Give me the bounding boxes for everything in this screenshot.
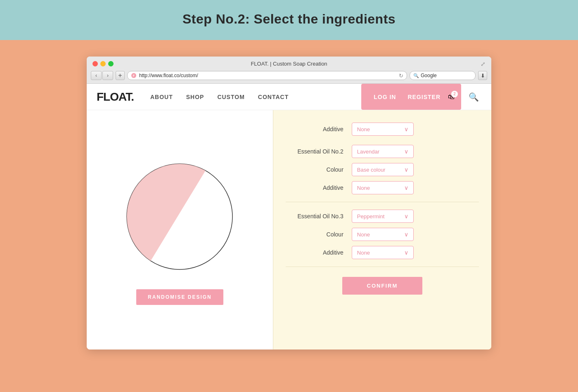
browser-dots xyxy=(92,61,114,66)
minimize-dot[interactable] xyxy=(100,61,106,66)
url-text: http://www.float.co/custom/ xyxy=(139,73,198,78)
nav-links: ABOUT SHOP CUSTOM CONTACT xyxy=(150,94,361,100)
nav-about[interactable]: ABOUT xyxy=(150,94,173,100)
browser-nav-buttons: ‹ › xyxy=(91,71,113,80)
nav-register[interactable]: REGISTER xyxy=(402,94,446,100)
site-nav: FLOAT. ABOUT SHOP CUSTOM CONTACT LOG IN … xyxy=(87,84,491,110)
colour2-select[interactable]: Base colour ∨ xyxy=(352,163,414,176)
soap-preview xyxy=(122,159,237,274)
top-partial-group: Additive None ∨ xyxy=(286,118,479,136)
oil3-label: Essential Oil No.3 xyxy=(286,213,352,220)
ingredient-row-oil3: Essential Oil No.3 Peppermint ∨ xyxy=(286,210,479,223)
browser-window: FLOAT. | Custom Soap Creation ⤢ ‹ › + F … xyxy=(87,57,491,349)
search-icon: 🔍 xyxy=(413,73,419,78)
additive-label-top: Additive xyxy=(286,126,352,132)
colour3-label: Colour xyxy=(286,231,352,238)
ingredient-row-colour3: Colour None ∨ xyxy=(286,228,479,241)
ingredient-row-additive3: Additive None ∨ xyxy=(286,246,479,259)
nav-shop[interactable]: SHOP xyxy=(186,94,204,100)
favicon: F xyxy=(131,73,137,78)
nav-custom[interactable]: CUSTOM xyxy=(217,94,244,100)
search-text: Google xyxy=(421,73,437,78)
nav-login[interactable]: LOG IN xyxy=(368,94,402,100)
oil3-value: Peppermint xyxy=(357,213,384,220)
ingredient-row-oil2: Essential Oil No.2 Lavendar ∨ xyxy=(286,145,479,158)
close-dot[interactable] xyxy=(92,61,98,66)
chevron-down-icon: ∨ xyxy=(404,166,408,173)
additive2-value: None xyxy=(357,185,370,191)
chevron-down-icon: ∨ xyxy=(404,231,408,238)
additive2-select[interactable]: None ∨ xyxy=(352,181,414,194)
new-tab-button[interactable]: + xyxy=(116,71,125,80)
confirm-button[interactable]: CONFIRM xyxy=(342,277,423,295)
oil2-select[interactable]: Lavendar ∨ xyxy=(352,145,414,158)
refresh-icon[interactable]: ↻ xyxy=(399,73,403,79)
chevron-down-icon: ∨ xyxy=(404,213,408,220)
confirm-area: CONFIRM xyxy=(286,267,479,303)
chevron-down-icon: ∨ xyxy=(404,148,408,155)
additive3-value: None xyxy=(357,250,370,256)
left-panel: RANDOMISE DESIGN xyxy=(87,110,273,349)
browser-tab-title: FLOAT. | Custom Soap Creation xyxy=(251,61,327,67)
chevron-down-icon: ∨ xyxy=(404,249,408,256)
browser-address-bar: ‹ › + F http://www.float.co/custom/ ↻ 🔍 … xyxy=(87,69,491,83)
svg-text:F: F xyxy=(133,74,135,77)
browser-search-bar[interactable]: 🔍 Google xyxy=(410,71,476,80)
additive-select-top[interactable]: None ∨ xyxy=(352,123,414,136)
randomise-button[interactable]: RANDOMISE DESIGN xyxy=(136,289,223,305)
expand-icon[interactable]: ⤢ xyxy=(481,61,486,67)
forward-button[interactable]: › xyxy=(102,71,113,80)
nav-actions: LOG IN REGISTER 🛍 2 xyxy=(361,84,461,110)
additive-value-top: None xyxy=(357,126,370,132)
site-logo[interactable]: FLOAT. xyxy=(97,90,134,104)
browser-chrome: FLOAT. | Custom Soap Creation ⤢ ‹ › + F … xyxy=(87,57,491,84)
ingredient-row: Additive None ∨ xyxy=(286,123,479,136)
back-button[interactable]: ‹ xyxy=(91,71,102,80)
main-content: RANDOMISE DESIGN Additive None ∨ Essenti… xyxy=(87,110,491,349)
additive3-label: Additive xyxy=(286,249,352,256)
browser-title-bar: FLOAT. | Custom Soap Creation ⤢ xyxy=(87,57,491,69)
chevron-down-icon: ∨ xyxy=(404,184,408,191)
oil2-value: Lavendar xyxy=(357,149,379,155)
nav-search-icon[interactable]: 🔍 xyxy=(466,91,481,103)
cart-badge: 2 xyxy=(451,91,458,97)
download-button[interactable]: ⬇ xyxy=(478,71,487,80)
oil2-label: Essential Oil No.2 xyxy=(286,148,352,155)
nav-cart-icon[interactable]: 🛍 2 xyxy=(448,93,455,101)
ingredient-group-oil2: Essential Oil No.2 Lavendar ∨ Colour Bas… xyxy=(286,137,479,202)
colour2-value: Base colour xyxy=(357,167,386,173)
additive3-select[interactable]: None ∨ xyxy=(352,246,414,259)
instruction-title: Step No.2: Select the ingredients xyxy=(0,12,578,27)
instruction-area: Step No.2: Select the ingredients xyxy=(0,0,578,40)
colour3-value: None xyxy=(357,231,370,238)
url-bar[interactable]: F http://www.float.co/custom/ ↻ xyxy=(127,71,407,80)
additive2-label: Additive xyxy=(286,184,352,191)
nav-contact[interactable]: CONTACT xyxy=(258,94,289,100)
chevron-down-icon: ∨ xyxy=(404,126,408,132)
right-panel: Additive None ∨ Essential Oil No.2 Laven… xyxy=(273,110,491,349)
maximize-dot[interactable] xyxy=(108,61,114,66)
ingredient-row-colour2: Colour Base colour ∨ xyxy=(286,163,479,176)
oil3-select[interactable]: Peppermint ∨ xyxy=(352,210,414,223)
ingredient-group-oil3: Essential Oil No.3 Peppermint ∨ Colour N… xyxy=(286,202,479,267)
ingredient-row-additive2: Additive None ∨ xyxy=(286,181,479,194)
colour3-select[interactable]: None ∨ xyxy=(352,228,414,241)
colour2-label: Colour xyxy=(286,166,352,173)
